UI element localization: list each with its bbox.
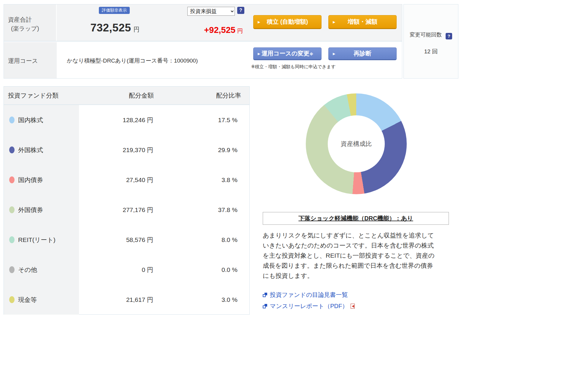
button-arrow-icon: ▶ bbox=[333, 52, 335, 55]
category-color-dot bbox=[9, 206, 15, 213]
table-row: 現金等21,617 円3.0 % bbox=[4, 285, 249, 315]
allocation-amount: 27,540 円 bbox=[79, 165, 195, 195]
category-color-dot bbox=[9, 117, 15, 123]
asset-composition-donut: 資産構成比 bbox=[306, 93, 407, 194]
tsumitate-button-label: 積立 (自動増額) bbox=[267, 18, 308, 25]
fund-category-cell: 国内株式 bbox=[4, 105, 79, 135]
allocation-ratio: 17.5 % bbox=[195, 105, 249, 135]
fund-category-cell: 現金等 bbox=[4, 285, 79, 315]
asset-total-row: 資産合計 (楽ラップ) 評価額非表示 732,525円 投資来損益 ? +92,… bbox=[4, 4, 402, 42]
allocation-ratio: 8.0 % bbox=[195, 225, 249, 255]
allocation-amount: 219,370 円 bbox=[79, 135, 195, 165]
category-label: REIT(リート) bbox=[18, 236, 56, 244]
table-row: その他0 円0.0 % bbox=[4, 255, 249, 285]
category-label: 外国株式 bbox=[18, 146, 43, 154]
course-change-button-label: 運用コースの変更 bbox=[262, 50, 309, 57]
header-fund-category: 投資ファンド分類 bbox=[4, 87, 79, 104]
external-window-icon bbox=[263, 293, 267, 297]
monthly-report-link-label: マンスリーレポート（PDF） bbox=[270, 303, 348, 309]
course-value: かなり積極型-DRCあり(運用コース番号：1000900) bbox=[67, 57, 198, 65]
allocation-ratio: 3.8 % bbox=[195, 165, 249, 195]
total-asset-number: 732,525 bbox=[90, 22, 131, 34]
button-arrow-icon: ▶ bbox=[258, 20, 260, 24]
table-row: 国内株式128,246 円17.5 % bbox=[4, 105, 249, 135]
donut-center-label: 資産構成比 bbox=[341, 140, 372, 148]
zougaku-button[interactable]: ▶ 増額・減額 bbox=[328, 15, 397, 29]
total-asset-value: 732,525円 bbox=[67, 22, 162, 34]
pdf-icon bbox=[351, 304, 355, 309]
pl-value: +92,525円 bbox=[154, 25, 243, 35]
table-row: 外国債券277,176 円37.8 % bbox=[4, 195, 249, 225]
header-allocation-amount: 配分金額 bbox=[79, 87, 195, 104]
category-color-dot bbox=[9, 176, 15, 183]
course-description: あまりリスクを気にしすぎずに、とことん収益性を追求して いきたいあなたのためのコ… bbox=[263, 230, 454, 281]
allocation-amount: 58,576 円 bbox=[79, 225, 195, 255]
drc-title-box: 下落ショック軽減機能（DRC機能）：あり bbox=[263, 212, 449, 225]
course-row: 運用コース かなり積極型-DRCあり(運用コース番号：1000900) ▶ 運用… bbox=[4, 42, 402, 78]
simultaneous-application-note: ※積立・増額・減額も同時に申込できます bbox=[251, 64, 336, 70]
zougaku-button-label: 増額・減額 bbox=[348, 18, 377, 25]
rediagnosis-button-label: 再診断 bbox=[354, 50, 371, 57]
tsumitate-button[interactable]: ▶ 積立 (自動増額) bbox=[253, 15, 322, 29]
category-color-dot bbox=[9, 296, 15, 303]
header-allocation-ratio: 配分比率 bbox=[195, 87, 249, 104]
allocation-ratio: 29.9 % bbox=[195, 135, 249, 165]
asset-total-label-line1: 資産合計 bbox=[8, 15, 56, 24]
changes-value: 12 回 bbox=[404, 48, 458, 55]
asset-total-label: 資産合計 (楽ラップ) bbox=[4, 4, 57, 41]
table-row: REIT(リート)58,576 円8.0 % bbox=[4, 225, 249, 255]
pl-period-select[interactable]: 投資来損益 bbox=[187, 7, 235, 16]
changes-label: 変更可能回数 bbox=[410, 32, 442, 38]
category-color-dot bbox=[9, 266, 15, 273]
fund-allocation-table: 投資ファンド分類 配分金額 配分比率 国内株式128,246 円17.5 %外国… bbox=[4, 86, 250, 315]
help-icon-changes[interactable]: ? bbox=[446, 33, 452, 39]
table-header-row: 投資ファンド分類 配分金額 配分比率 bbox=[4, 87, 249, 105]
help-icon-pl[interactable]: ? bbox=[237, 7, 244, 14]
prospectus-link[interactable]: 投資ファンドの目論見書一覧 bbox=[263, 291, 355, 299]
hide-valuation-badge[interactable]: 評価額非表示 bbox=[99, 7, 130, 14]
chart-panel: 資産構成比 下落ショック軽減機能（DRC機能）：あり あまりリスクを気にしすぎず… bbox=[255, 86, 459, 392]
course-change-button[interactable]: ▶ 運用コースの変更※ bbox=[253, 47, 322, 60]
table-row: 外国株式219,370 円29.9 % bbox=[4, 135, 249, 165]
pl-unit: 円 bbox=[237, 28, 243, 34]
allocation-ratio: 37.8 % bbox=[195, 195, 249, 225]
fund-category-cell: 外国株式 bbox=[4, 135, 79, 165]
fund-category-cell: REIT(リート) bbox=[4, 225, 79, 255]
allocation-amount: 0 円 bbox=[79, 255, 195, 285]
category-color-dot bbox=[9, 146, 15, 153]
prospectus-link-label: 投資ファンドの目論見書一覧 bbox=[270, 291, 348, 298]
fund-category-cell: その他 bbox=[4, 255, 79, 285]
button-arrow-icon: ▶ bbox=[258, 52, 260, 55]
external-window-icon bbox=[263, 304, 267, 308]
button-arrow-icon: ▶ bbox=[333, 20, 335, 24]
category-label: 国内債券 bbox=[18, 176, 43, 184]
course-change-note-mark: ※ bbox=[309, 52, 313, 56]
fund-table-body: 国内株式128,246 円17.5 %外国株式219,370 円29.9 %国内… bbox=[4, 105, 249, 315]
allocation-ratio: 3.0 % bbox=[195, 285, 249, 315]
allocation-amount: 128,246 円 bbox=[79, 105, 195, 135]
changes-panel: 変更可能回数 ? 12 回 bbox=[403, 4, 458, 79]
changes-label-row: 変更可能回数 ? bbox=[404, 31, 458, 39]
fund-category-cell: 国内債券 bbox=[4, 165, 79, 195]
total-asset-unit: 円 bbox=[134, 26, 140, 33]
fund-category-cell: 外国債券 bbox=[4, 195, 79, 225]
course-label: 運用コース bbox=[4, 42, 57, 78]
category-label: 外国債券 bbox=[18, 206, 43, 214]
category-color-dot bbox=[9, 236, 15, 243]
pl-number: +92,525 bbox=[204, 25, 235, 35]
category-label: その他 bbox=[18, 266, 37, 274]
category-label: 国内株式 bbox=[18, 116, 43, 124]
links-block: 投資ファンドの目論見書一覧 マンスリーレポート（PDF） bbox=[263, 291, 355, 313]
category-label: 現金等 bbox=[18, 296, 37, 304]
allocation-amount: 277,176 円 bbox=[79, 195, 195, 225]
allocation-ratio: 0.0 % bbox=[195, 255, 249, 285]
asset-summary-panel: 資産合計 (楽ラップ) 評価額非表示 732,525円 投資来損益 ? +92,… bbox=[4, 4, 402, 79]
donut-hole: 資産構成比 bbox=[328, 115, 385, 172]
asset-total-label-line2: (楽ラップ) bbox=[8, 24, 56, 33]
drc-title: 下落ショック軽減機能（DRC機能）：あり bbox=[298, 214, 413, 222]
allocation-amount: 21,617 円 bbox=[79, 285, 195, 315]
monthly-report-link[interactable]: マンスリーレポート（PDF） bbox=[263, 302, 355, 310]
table-row: 国内債券27,540 円3.8 % bbox=[4, 165, 249, 195]
page: 資産合計 (楽ラップ) 評価額非表示 732,525円 投資来損益 ? +92,… bbox=[0, 0, 570, 392]
rediagnosis-button[interactable]: ▶ 再診断 bbox=[328, 47, 397, 60]
